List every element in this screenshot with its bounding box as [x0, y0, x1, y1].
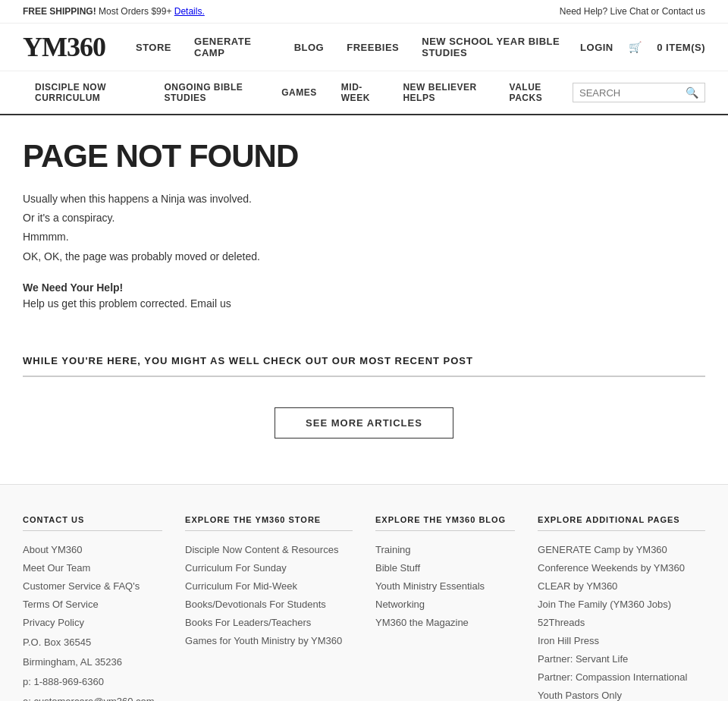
contact-item-0[interactable]: About YM360	[23, 544, 83, 555]
error-line3: Hmmmm.	[23, 228, 705, 247]
error-line2: Or it's a conspiracy.	[23, 209, 705, 228]
email: e: customercare@ym360.com	[23, 693, 162, 701]
additional-item-1[interactable]: Conference Weekends by YM360	[538, 562, 685, 574]
additional-item-2[interactable]: CLEAR by YM360	[538, 580, 617, 592]
store-list: Disciple Now Content & Resources Curricu…	[185, 543, 353, 646]
additional-item-4[interactable]: 52Threads	[538, 617, 585, 628]
details-link[interactable]: Details.	[174, 6, 205, 17]
see-more-btn-wrap: SEE MORE ARTICLES	[23, 407, 705, 439]
contact-item-1[interactable]: Meet Our Team	[23, 562, 90, 574]
we-need-help-heading: We Need Your Help!	[23, 281, 705, 294]
store-item-4[interactable]: Books For Leaders/Teachers	[185, 617, 311, 628]
search-area: 🔍	[573, 83, 705, 102]
nav-generate-camp[interactable]: GENERATE CAMP	[194, 36, 271, 58]
blog-item-4[interactable]: YM360 the Magazine	[375, 617, 469, 628]
help-text-content: Help us get this problem corrected.	[23, 297, 190, 310]
page-not-found-title: PAGE NOT FOUND	[23, 138, 705, 174]
store-item-3[interactable]: Books/Devotionals For Students	[185, 599, 326, 610]
main-nav: STORE GENERATE CAMP BLOG FREEBIES NEW SC…	[136, 36, 580, 58]
blog-item-1[interactable]: Bible Stuff	[375, 562, 420, 574]
main-content: PAGE NOT FOUND Usually when this happens…	[0, 115, 728, 332]
recent-post-heading: WHILE YOU'RE HERE, YOU MIGHT AS WELL CHE…	[23, 355, 705, 377]
contact-heading: CONTACT US	[23, 515, 162, 531]
contact-list: About YM360 Meet Our Team Customer Servi…	[23, 543, 162, 628]
error-text: Usually when this happens a Ninja was in…	[23, 190, 705, 266]
address-line2: Birmingham, AL 35236	[23, 654, 162, 671]
see-more-button[interactable]: SEE MORE ARTICLES	[275, 407, 453, 439]
additional-heading: EXPLORE ADDITIONAL PAGES	[538, 515, 705, 531]
contact-item-2[interactable]: Customer Service & FAQ's	[23, 580, 140, 592]
additional-list: GENERATE Camp by YM360 Conference Weeken…	[538, 543, 705, 701]
nav-new-believer[interactable]: NEW BELIEVER HELPS	[391, 71, 497, 114]
nav-new-school[interactable]: NEW SCHOOL YEAR BIBLE STUDIES	[422, 36, 580, 58]
store-item-5[interactable]: Games for Youth Ministry by YM360	[185, 635, 342, 646]
nav-store[interactable]: STORE	[136, 42, 171, 53]
footer-columns: CONTACT US About YM360 Meet Our Team Cus…	[23, 515, 705, 701]
top-bar-right: Need Help? Live Chat or Contact us	[560, 6, 705, 17]
footer: CONTACT US About YM360 Meet Our Team Cus…	[0, 484, 728, 701]
logo[interactable]: YM360	[23, 31, 105, 63]
email-link[interactable]: Email us	[190, 297, 231, 310]
live-chat-link[interactable]: Live Chat	[610, 6, 649, 17]
additional-item-7[interactable]: Partner: Compassion International	[538, 671, 687, 683]
blog-item-3[interactable]: Networking	[375, 599, 425, 610]
top-bar: FREE SHIPPING! Most Orders $99+ Details.…	[0, 0, 728, 24]
error-line4: OK, OK, the page was probably moved or d…	[23, 247, 705, 266]
blog-list: Training Bible Stuff Youth Ministry Esse…	[375, 543, 515, 628]
nav-blog[interactable]: BLOG	[294, 42, 325, 53]
additional-item-0[interactable]: GENERATE Camp by YM360	[538, 544, 667, 555]
free-shipping-bold: FREE SHIPPING!	[23, 6, 96, 17]
footer-blog: EXPLORE THE YM360 BLOG Training Bible St…	[375, 515, 515, 701]
help-text: Help us get this problem corrected. Emai…	[23, 297, 705, 310]
blog-heading: EXPLORE THE YM360 BLOG	[375, 515, 515, 531]
footer-contact: CONTACT US About YM360 Meet Our Team Cus…	[23, 515, 162, 701]
store-item-0[interactable]: Disciple Now Content & Resources	[185, 544, 338, 555]
error-line1: Usually when this happens a Ninja was in…	[23, 190, 705, 209]
additional-item-6[interactable]: Partner: Servant Life	[538, 653, 628, 665]
nav-disciple-now[interactable]: DISCIPLE NOW CURRICULUM	[23, 71, 152, 114]
contact-item-3[interactable]: Terms Of Service	[23, 599, 99, 610]
additional-item-5[interactable]: Iron Hill Press	[538, 635, 599, 646]
additional-item-3[interactable]: Join The Family (YM360 Jobs)	[538, 599, 671, 610]
footer-store: EXPLORE THE YM360 STORE Disciple Now Con…	[185, 515, 353, 701]
phone: p: 1-888-969-6360	[23, 674, 162, 690]
recent-post-section: WHILE YOU'RE HERE, YOU MIGHT AS WELL CHE…	[0, 355, 728, 439]
cart-count[interactable]: 0 ITEM(S)	[657, 42, 705, 53]
need-help-text: Need Help?	[560, 6, 607, 17]
cart-icon: 🛒	[629, 41, 642, 53]
free-shipping-text: Most Orders $99+	[99, 6, 171, 17]
or-text: or	[651, 6, 662, 17]
additional-item-8[interactable]: Youth Pastors Only	[538, 690, 622, 701]
contact-item-4[interactable]: Privacy Policy	[23, 617, 84, 628]
header: YM360 STORE GENERATE CAMP BLOG FREEBIES …	[0, 24, 728, 71]
footer-additional: EXPLORE ADDITIONAL PAGES GENERATE Camp b…	[538, 515, 705, 701]
search-button[interactable]: 🔍	[686, 86, 698, 99]
blog-item-2[interactable]: Youth Ministry Essentials	[375, 580, 485, 592]
header-right: LOGIN 🛒 0 ITEM(S)	[580, 41, 705, 53]
nav-value-packs[interactable]: VALUE PACKS	[497, 71, 573, 114]
nav-ongoing-bible[interactable]: ONGOING BIBLE STUDIES	[152, 71, 270, 114]
store-heading: EXPLORE THE YM360 STORE	[185, 515, 353, 531]
store-item-2[interactable]: Curriculum For Mid-Week	[185, 580, 297, 592]
address-line1: P.O. Box 36545	[23, 634, 162, 651]
login-link[interactable]: LOGIN	[580, 42, 613, 53]
search-input[interactable]	[579, 87, 686, 99]
contact-us-link[interactable]: Contact us	[662, 6, 705, 17]
nav-freebies[interactable]: FREEBIES	[347, 42, 399, 53]
nav-games[interactable]: GAMES	[269, 77, 329, 108]
nav-mid-week[interactable]: MID-WEEK	[329, 71, 391, 114]
top-bar-left: FREE SHIPPING! Most Orders $99+ Details.	[23, 6, 205, 17]
blog-item-0[interactable]: Training	[375, 544, 410, 555]
store-item-1[interactable]: Curriculum For Sunday	[185, 562, 287, 574]
secondary-nav: DISCIPLE NOW CURRICULUM ONGOING BIBLE ST…	[0, 71, 728, 115]
